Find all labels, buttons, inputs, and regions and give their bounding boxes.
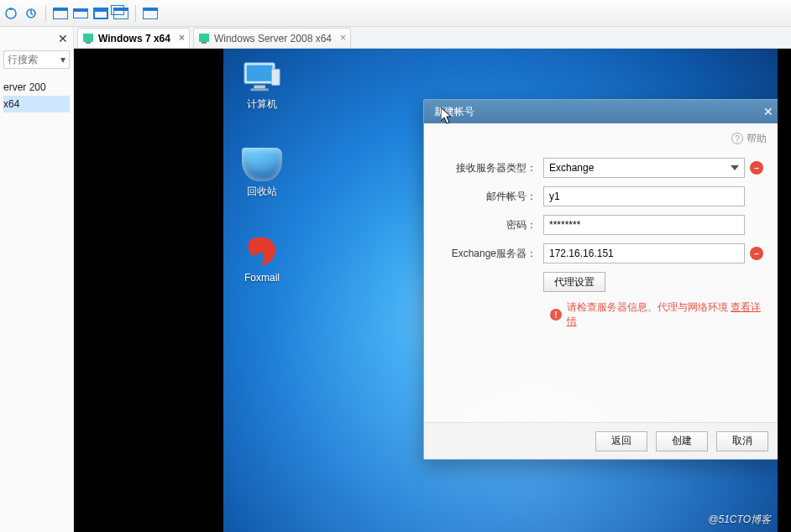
watermark: @51CTO博客 [708, 513, 771, 527]
computer-icon [242, 60, 282, 94]
toolbar-resume-icon[interactable] [3, 6, 18, 21]
desktop-icon-recycle[interactable]: 回收站 [232, 148, 292, 199]
desktop-icon-foxmail-label: Foxmail [244, 272, 280, 284]
tab-ws2008-label: Windows Server 2008 x64 [214, 33, 332, 44]
dialog-footer: 返回 创建 取消 [424, 422, 778, 459]
error-details-link[interactable]: 查看详情 [567, 301, 761, 327]
desktop-icon-foxmail[interactable]: Foxmail [232, 235, 292, 284]
sidebar-search-placeholder: 行搜索 [8, 53, 38, 67]
tab-ws2008-close-icon[interactable]: × [340, 32, 346, 44]
server-type-error-icon: – [750, 161, 763, 175]
dialog-titlebar[interactable]: 新建帐号 ✕ [424, 100, 778, 123]
mail-account-input[interactable] [543, 186, 745, 206]
vmware-toolbar [0, 0, 791, 27]
proxy-settings-button[interactable]: 代理设置 [543, 272, 605, 292]
label-password: 密码： [437, 218, 543, 232]
sidebar-tree: erver 200 x64 [0, 74, 73, 117]
create-button[interactable]: 创建 [656, 431, 708, 451]
foxmail-icon [242, 235, 282, 269]
svg-rect-2 [83, 34, 93, 42]
vm-running-icon [199, 34, 209, 44]
sidebar-item-x64[interactable]: x64 [3, 96, 70, 112]
win7-desktop[interactable]: 计算机 回收站 Foxmail 新建帐号 ✕ [223, 49, 778, 532]
error-icon: ! [550, 309, 562, 321]
tab-win7-close-icon[interactable]: × [179, 32, 185, 44]
label-server-type: 接收服务器类型： [437, 161, 543, 175]
mouse-cursor-icon [441, 107, 453, 124]
vm-sidebar: ✕ 行搜索 ▾ erver 200 x64 [0, 27, 74, 532]
exchange-error-icon: – [750, 247, 763, 260]
vm-viewport: 计算机 回收站 Foxmail 新建帐号 ✕ [74, 49, 791, 532]
toolbar-view-fullscreen-icon[interactable] [93, 6, 108, 21]
foxmail-new-account-dialog: 新建帐号 ✕ ?帮助 接收服务器类型： Exchange – [423, 99, 778, 460]
vm-tabstrip: Windows 7 x64 × Windows Server 2008 x64 … [74, 27, 791, 49]
sidebar-item-server2008[interactable]: erver 200 [3, 79, 70, 96]
svg-rect-10 [272, 69, 280, 85]
help-icon: ? [731, 133, 743, 144]
sidebar-search[interactable]: 行搜索 ▾ [3, 50, 70, 69]
svg-rect-7 [247, 65, 273, 81]
desktop-icon-computer[interactable]: 计算机 [232, 60, 292, 112]
search-dropdown-icon: ▾ [60, 54, 65, 65]
sidebar-close-icon[interactable]: ✕ [58, 32, 68, 45]
svg-rect-9 [251, 88, 269, 91]
label-mail-account: 邮件帐号： [437, 190, 543, 204]
toolbar-view-single-icon[interactable] [53, 6, 68, 21]
toolbar-snapshot-icon[interactable] [24, 6, 39, 21]
recycle-bin-icon [242, 148, 282, 181]
svg-rect-8 [254, 86, 265, 89]
toolbar-view-console-icon[interactable] [73, 6, 88, 21]
svg-rect-4 [199, 34, 209, 42]
desktop-icon-computer-label: 计算机 [247, 97, 277, 112]
dialog-close-icon[interactable]: ✕ [763, 105, 773, 118]
exchange-server-input[interactable] [543, 243, 745, 263]
toolbar-view-thumb-icon[interactable] [143, 6, 158, 21]
password-input[interactable] [543, 215, 745, 235]
vm-running-icon [83, 34, 93, 44]
error-message: ! 请检查服务器信息、代理与网络环境 查看详情 [550, 300, 767, 329]
toolbar-view-unity-icon[interactable] [113, 6, 128, 21]
svg-rect-3 [86, 42, 91, 44]
cancel-button[interactable]: 取消 [716, 431, 768, 451]
help-link[interactable]: ?帮助 [437, 132, 767, 146]
server-type-select[interactable]: Exchange [543, 158, 745, 178]
tab-win7-label: Windows 7 x64 [98, 33, 170, 44]
tab-win7[interactable]: Windows 7 x64 × [77, 28, 190, 48]
back-button[interactable]: 返回 [595, 431, 647, 451]
tab-ws2008[interactable]: Windows Server 2008 x64 × [193, 28, 351, 48]
svg-rect-5 [202, 42, 207, 44]
label-exchange-server: Exchange服务器： [437, 247, 543, 261]
desktop-icon-recycle-label: 回收站 [247, 185, 277, 199]
